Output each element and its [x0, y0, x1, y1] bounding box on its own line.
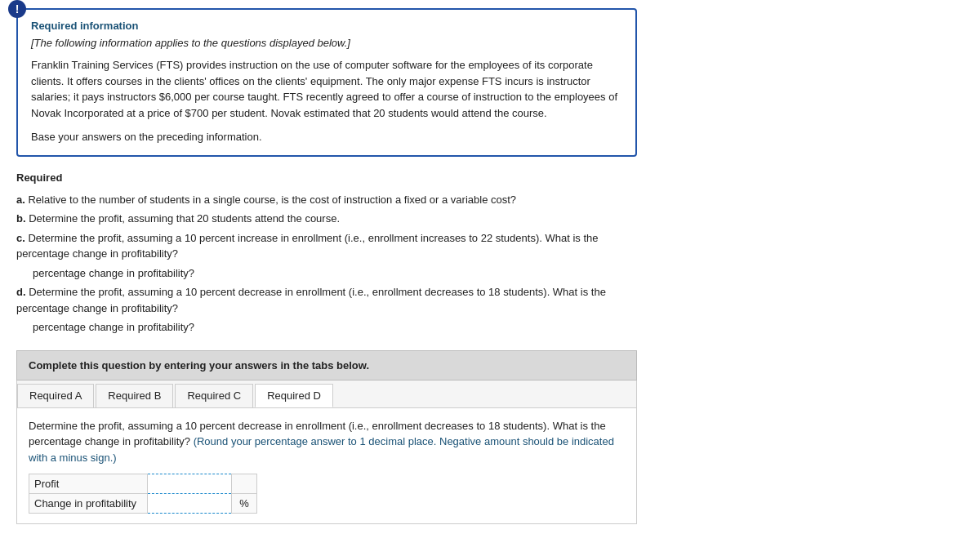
tabs-container: Required A Required B Required C Require…: [16, 380, 637, 525]
answer-table: Profit Change in profitability %: [29, 474, 257, 514]
question-c-text: Determine the profit, assuming a 10 perc…: [16, 232, 598, 260]
required-label: Required: [16, 171, 637, 184]
complete-box-text: Complete this question by entering your …: [29, 359, 369, 372]
question-b-letter: b.: [16, 212, 26, 225]
tab-required-d[interactable]: Required D: [255, 384, 333, 407]
tab-d-question: Determine the profit, assuming a 10 perc…: [29, 418, 625, 466]
profit-label: Profit: [29, 474, 148, 494]
info-body: Franklin Training Services (FTS) provide…: [31, 57, 622, 121]
change-unit: %: [231, 494, 256, 514]
change-input[interactable]: [151, 497, 228, 510]
question-a-text: Relative to the number of students in a …: [28, 194, 516, 206]
question-a-letter: a.: [16, 194, 25, 206]
change-label: Change in profitability: [29, 494, 148, 514]
complete-box: Complete this question by entering your …: [16, 350, 637, 380]
tab-required-c[interactable]: Required C: [175, 384, 253, 407]
question-d: d. Determine the profit, assuming a 10 p…: [16, 284, 637, 316]
required-info-title: Required information: [31, 20, 622, 32]
italic-text: [The following information applies to th…: [31, 37, 622, 49]
table-row-profit: Profit: [29, 474, 257, 494]
question-d-letter: d.: [16, 286, 26, 298]
profit-input-cell[interactable]: [147, 474, 231, 494]
alert-icon: !: [8, 0, 26, 18]
question-a: a. Relative to the number of students in…: [16, 192, 637, 208]
tab-required-b[interactable]: Required B: [96, 384, 173, 407]
table-row-change: Change in profitability %: [29, 494, 257, 514]
question-b: b. Determine the profit, assuming that 2…: [16, 211, 637, 227]
question-c: c. Determine the profit, assuming a 10 p…: [16, 230, 637, 262]
profit-unit: [231, 474, 256, 494]
base-text: Base your answers on the preceding infor…: [31, 129, 622, 145]
question-d-text: Determine the profit, assuming a 10 perc…: [16, 286, 606, 314]
question-b-text: Determine the profit, assuming that 20 s…: [29, 212, 340, 225]
info-box: ! Required information [The following in…: [16, 8, 637, 157]
tab-d-content: Determine the profit, assuming a 10 perc…: [17, 408, 636, 524]
questions-list: a. Relative to the number of students in…: [16, 192, 637, 336]
question-c-letter: c.: [16, 232, 25, 244]
tab-required-a[interactable]: Required A: [17, 384, 94, 407]
change-input-cell[interactable]: [147, 494, 231, 514]
tabs-row: Required A Required B Required C Require…: [17, 380, 636, 408]
question-d-indent: percentage change in profitability?: [16, 319, 637, 336]
profit-input[interactable]: [151, 478, 228, 490]
question-c-indent: percentage change in profitability?: [16, 265, 637, 282]
